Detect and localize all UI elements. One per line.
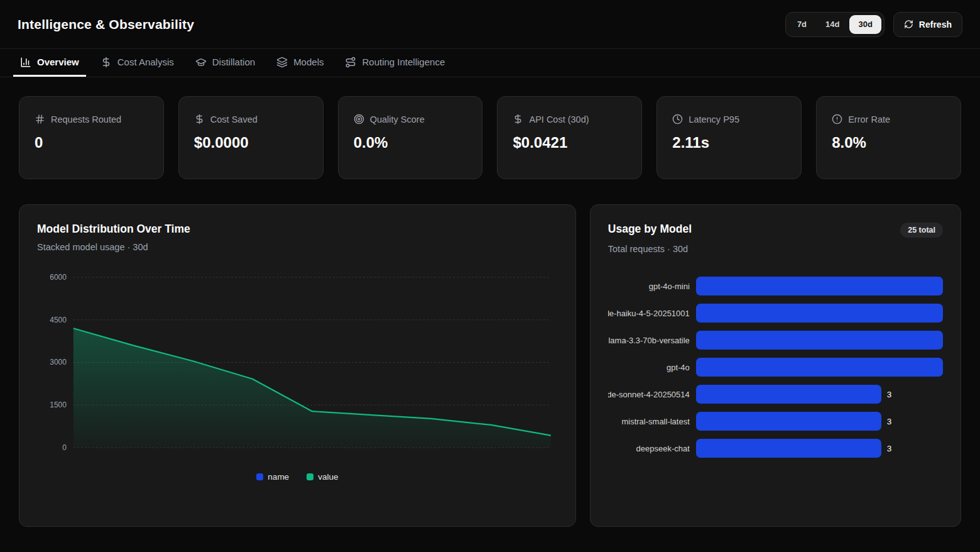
page-title: Intelligence & Observability [18, 17, 194, 32]
usage-bar [696, 439, 881, 458]
usage-bar [696, 331, 943, 350]
legend-swatch [256, 473, 263, 480]
tab-cost-analysis[interactable]: Cost Analysis [94, 49, 181, 77]
metric-value: 0 [35, 134, 148, 152]
usage-row: gpt-4o [608, 358, 943, 377]
model-label: gpt-4o [608, 363, 690, 372]
metric-card-api-cost-30d-: API Cost (30d)$0.0421 [497, 96, 642, 179]
refresh-icon [904, 19, 913, 29]
alert-circle-icon [832, 114, 842, 124]
svg-text:4500: 4500 [50, 316, 67, 324]
model-label: claude-sonnet-4-20250514 [608, 390, 690, 399]
usage-by-model-panel: Usage by Model 25 total Total requests ·… [590, 204, 961, 527]
tab-label: Routing Intelligence [362, 57, 445, 67]
usage-bar [696, 385, 881, 404]
model-label: mistral-small-latest [608, 417, 690, 426]
range-button-30d[interactable]: 30d [849, 15, 881, 34]
hash-icon [35, 114, 45, 124]
usage-bar [696, 412, 881, 431]
model-label: llama-3.3-70b-versatile [608, 336, 690, 345]
chart-legend: namevalue [37, 472, 558, 482]
tab-label: Models [293, 57, 324, 67]
usage-title: Usage by Model [608, 223, 692, 236]
graduation-cap-icon [195, 57, 207, 68]
charts-row: Model Distribution Over Time Stacked mod… [19, 204, 961, 527]
metric-label-row: API Cost (30d) [513, 114, 626, 124]
refresh-label: Refresh [919, 19, 952, 30]
dollar-icon [513, 114, 523, 124]
tab-models[interactable]: Models [270, 49, 330, 77]
usage-value: 3 [887, 444, 892, 453]
usage-row: deepseek-chat3 [608, 439, 943, 458]
metric-value: 8.0% [832, 134, 945, 152]
metric-card-latency-p95: Latency P952.11s [656, 96, 802, 179]
area-chart: 60004500300015000 [37, 266, 558, 456]
metric-value: $0.0000 [194, 134, 308, 152]
target-icon [354, 114, 364, 124]
usage-row: claude-haiku-4-5-20251001 [608, 304, 943, 323]
tab-routing-intelligence[interactable]: Routing Intelligence [338, 49, 452, 77]
layers-icon [276, 57, 288, 68]
dollar-icon [101, 57, 112, 68]
usage-value: 3 [887, 417, 892, 426]
metric-label: API Cost (30d) [529, 114, 589, 124]
legend-swatch [307, 473, 313, 480]
legend-label: name [268, 472, 289, 482]
tabs: OverviewCost AnalysisDistillationModelsR… [0, 48, 980, 77]
metric-label-row: Quality Score [354, 114, 467, 124]
metric-card-requests-routed: Requests Routed0 [19, 96, 164, 179]
usage-track [696, 277, 943, 295]
metric-label-row: Latency P95 [672, 114, 786, 124]
svg-text:6000: 6000 [50, 273, 67, 282]
model-label: gpt-4o-mini [608, 282, 690, 291]
metric-value: 2.11s [672, 134, 786, 152]
metric-card-error-rate: Error Rate8.0% [816, 96, 961, 179]
svg-text:3000: 3000 [50, 358, 67, 367]
tab-distillation[interactable]: Distillation [188, 49, 262, 77]
usage-track [696, 331, 943, 350]
metric-label: Error Rate [848, 114, 890, 124]
usage-track [696, 358, 943, 377]
tab-label: Overview [37, 57, 79, 67]
clock-icon [672, 114, 683, 124]
legend-item-name: name [256, 472, 289, 482]
time-range-group: 7d14d30d [785, 12, 885, 37]
metric-cards: Requests Routed0Cost Saved$0.0000Quality… [19, 96, 961, 179]
usage-rows: gpt-4o-miniclaude-haiku-4-5-20251001llam… [608, 277, 943, 458]
model-label: deepseek-chat [608, 444, 690, 453]
refresh-button[interactable]: Refresh [893, 12, 962, 37]
metric-card-cost-saved: Cost Saved$0.0000 [178, 96, 324, 179]
metric-label: Requests Routed [51, 114, 121, 124]
range-button-14d[interactable]: 14d [817, 15, 848, 34]
usage-bar [696, 304, 943, 323]
usage-bar [696, 277, 943, 295]
metric-label-row: Error Rate [832, 114, 945, 124]
usage-track: 3 [696, 439, 943, 458]
page-header: Intelligence & Observability 7d14d30d Re… [0, 0, 980, 48]
header-controls: 7d14d30d Refresh [785, 12, 962, 37]
legend-label: value [318, 472, 338, 482]
metric-label-row: Cost Saved [194, 114, 308, 124]
usage-track: 3 [696, 385, 943, 404]
usage-value: 3 [887, 390, 892, 399]
metric-label: Quality Score [370, 114, 425, 124]
total-badge: 25 total [900, 223, 943, 238]
metric-value: 0.0% [354, 134, 467, 152]
tab-overview[interactable]: Overview [13, 49, 86, 77]
bar-chart-icon [20, 57, 31, 68]
metric-value: $0.0421 [513, 134, 626, 152]
metric-card-quality-score: Quality Score0.0% [338, 96, 483, 179]
usage-panel-head: Usage by Model 25 total [608, 223, 943, 238]
usage-row: claude-sonnet-4-202505143 [608, 385, 943, 404]
route-icon [345, 57, 356, 68]
svg-text:1500: 1500 [50, 400, 67, 409]
distribution-subtitle: Stacked model usage · 30d [37, 242, 558, 252]
range-button-7d[interactable]: 7d [788, 15, 815, 34]
usage-track: 3 [696, 412, 943, 431]
metric-label: Latency P95 [689, 114, 739, 124]
usage-track [696, 304, 943, 323]
model-label: claude-haiku-4-5-20251001 [608, 309, 690, 318]
usage-bar [696, 358, 943, 377]
tab-label: Cost Analysis [117, 57, 174, 67]
usage-subtitle: Total requests · 30d [608, 244, 943, 254]
